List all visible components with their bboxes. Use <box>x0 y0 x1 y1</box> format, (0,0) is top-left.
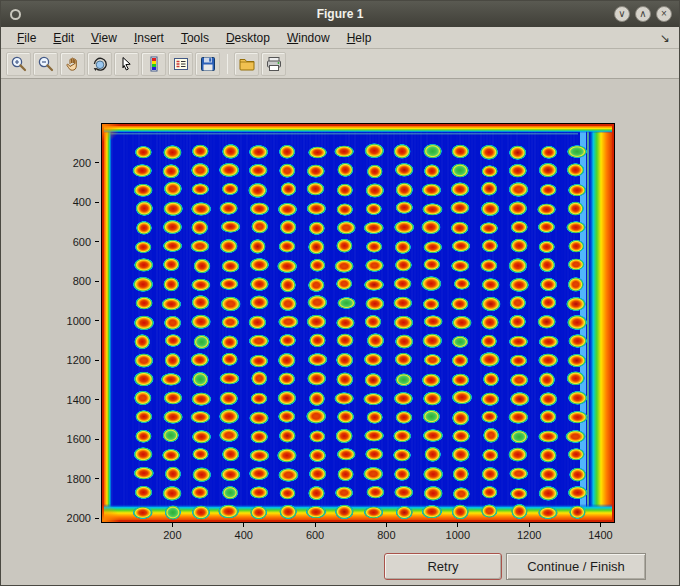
rotate-3d-button[interactable] <box>87 52 112 76</box>
menu-desktop[interactable]: Desktop <box>218 28 279 48</box>
save-icon <box>199 55 217 73</box>
x-tick-label: 1200 <box>507 529 551 541</box>
print-icon <box>265 55 283 73</box>
menu-edit[interactable]: Edit <box>45 28 83 48</box>
dock-figure-icon[interactable]: ↘ <box>660 31 670 45</box>
y-tick-mark <box>95 360 99 361</box>
zoom-out-icon <box>37 55 55 73</box>
insert-legend-icon <box>172 55 190 73</box>
print-button[interactable] <box>261 52 286 76</box>
image-plot <box>101 123 615 523</box>
y-tick-mark <box>95 202 99 203</box>
window-title: Figure 1 <box>1 7 679 21</box>
window-controls: ∨∧× <box>614 6 672 22</box>
open-icon <box>238 55 256 73</box>
close-button[interactable]: × <box>656 6 672 22</box>
data-cursor-button[interactable] <box>114 52 139 76</box>
zoom-out-button[interactable] <box>33 52 58 76</box>
save-button[interactable] <box>195 52 220 76</box>
x-tick-mark <box>529 523 530 527</box>
x-tick-label: 1000 <box>436 529 480 541</box>
menu-tools[interactable]: Tools <box>173 28 218 48</box>
y-tick-mark <box>95 518 99 519</box>
zoom-in-icon <box>10 55 28 73</box>
toolbar-separator <box>227 54 228 74</box>
colorbar-button[interactable] <box>141 52 166 76</box>
window-icon <box>10 9 21 20</box>
y-tick-label: 800 <box>43 275 91 287</box>
x-tick-label: 800 <box>364 529 408 541</box>
y-tick-mark <box>95 320 99 321</box>
x-tick-mark <box>172 523 173 527</box>
insert-legend-button[interactable] <box>168 52 193 76</box>
pan-button[interactable] <box>60 52 85 76</box>
x-tick-label: 1400 <box>579 529 623 541</box>
y-tick-label: 600 <box>43 236 91 248</box>
y-tick-label: 1600 <box>43 433 91 445</box>
x-tick-mark <box>243 523 244 527</box>
menu-help[interactable]: Help <box>339 28 381 48</box>
y-tick-mark <box>95 478 99 479</box>
y-tick-mark <box>95 439 99 440</box>
continue-finish-button[interactable]: Continue / Finish <box>506 553 646 580</box>
minimize-button[interactable]: ∨ <box>614 6 630 22</box>
y-tick-mark <box>95 399 99 400</box>
x-tick-label: 200 <box>150 529 194 541</box>
x-tick-label: 400 <box>222 529 266 541</box>
menu-file[interactable]: File <box>9 28 45 48</box>
rotate-3d-icon <box>91 55 109 73</box>
y-tick-label: 400 <box>43 196 91 208</box>
y-tick-label: 1800 <box>43 473 91 485</box>
x-tick-mark <box>315 523 316 527</box>
titlebar[interactable]: Figure 1 ∨∧× <box>1 1 679 27</box>
y-tick-label: 1400 <box>43 394 91 406</box>
menu-window[interactable]: Window <box>279 28 339 48</box>
menu-bar: FileEditViewInsertToolsDesktopWindowHelp… <box>1 27 679 49</box>
retry-button[interactable]: Retry <box>384 553 502 580</box>
menu-insert[interactable]: Insert <box>126 28 173 48</box>
y-tick-label: 1000 <box>43 315 91 327</box>
x-tick-mark <box>457 523 458 527</box>
x-tick-mark <box>600 523 601 527</box>
figure-canvas-area: Retry Continue / Finish 2004006008001000… <box>1 79 679 585</box>
zoom-in-button[interactable] <box>6 52 31 76</box>
y-tick-label: 2000 <box>43 512 91 524</box>
y-tick-mark <box>95 241 99 242</box>
open-button[interactable] <box>234 52 259 76</box>
y-tick-label: 200 <box>43 157 91 169</box>
maximize-button[interactable]: ∧ <box>635 6 651 22</box>
microarray-image <box>102 124 614 522</box>
y-tick-mark <box>95 281 99 282</box>
pan-icon <box>64 55 82 73</box>
figure-window: Figure 1 ∨∧× FileEditViewInsertToolsDesk… <box>0 0 680 586</box>
menu-view[interactable]: View <box>83 28 126 48</box>
y-tick-mark <box>95 162 99 163</box>
data-cursor-icon <box>118 55 136 73</box>
y-tick-label: 1200 <box>43 354 91 366</box>
figure-toolbar <box>1 49 679 79</box>
colorbar-icon <box>145 55 163 73</box>
x-tick-mark <box>386 523 387 527</box>
x-tick-label: 600 <box>293 529 337 541</box>
